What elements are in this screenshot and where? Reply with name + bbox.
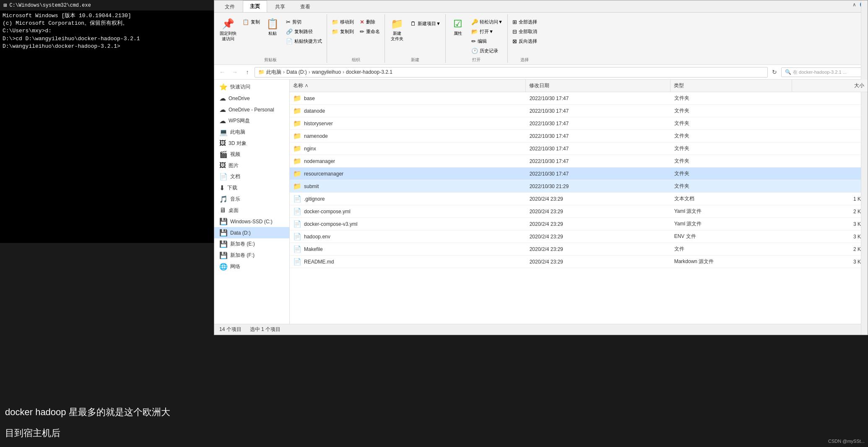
path-wangyileihuo[interactable]: wangyileihuo: [312, 69, 341, 75]
search-placeholder: 在 docker-hadoop-3.2.1 ...: [793, 69, 847, 75]
sidebar-item[interactable]: ☁OneDrive: [214, 93, 289, 104]
folder-icon: 📁: [293, 182, 301, 190]
sidebar-item[interactable]: ☁WPS网盘: [214, 115, 289, 127]
copy-to-label: 复制到: [340, 28, 354, 35]
table-row[interactable]: 📁 base 2022/10/30 17:47 文件夹: [290, 92, 868, 105]
sidebar: ⭐快速访问☁OneDrive☁OneDrive - Personal☁WPS网盘…: [214, 80, 290, 324]
sidebar-item[interactable]: ☁OneDrive - Personal: [214, 104, 289, 115]
edit-btn[interactable]: ✏ 编辑: [469, 37, 505, 46]
up-btn[interactable]: ↑: [242, 67, 253, 78]
sidebar-item[interactable]: 📄文档: [214, 171, 289, 182]
tab-share[interactable]: 共享: [268, 1, 292, 12]
sidebar-label: 新加卷 (E:): [230, 240, 255, 248]
table-row[interactable]: 📄 .gitignore 2020/2/4 23:29 文本文档 1 KB: [290, 193, 868, 205]
invert-label: 反向选择: [519, 38, 537, 44]
sidebar-item[interactable]: 💾Windows-SSD (C:): [214, 216, 289, 227]
file-type-cell: Markdown 源文件: [671, 256, 792, 267]
address-path[interactable]: 📁 此电脑 › Data (D:) › wangyileihuo › docke…: [255, 67, 768, 78]
pin-quick-access-btn[interactable]: 📌 固定到快速访问: [217, 16, 239, 44]
table-row[interactable]: 📄 README.md 2020/2/4 23:29 Markdown 源文件 …: [290, 256, 868, 268]
refresh-btn[interactable]: ↻: [769, 67, 780, 77]
path-data[interactable]: Data (D:): [286, 69, 307, 75]
sidebar-item[interactable]: 💻此电脑: [214, 127, 289, 138]
copy-icon: 📋: [242, 19, 249, 25]
file-size-cell: 3 KB: [792, 257, 868, 267]
open-btn[interactable]: 📂 打开▼: [469, 27, 505, 36]
file-name-cell: 📄 docker-compose-v3.yml: [290, 218, 526, 230]
back-btn[interactable]: ←: [217, 67, 228, 78]
search-box[interactable]: 🔍 在 docker-hadoop-3.2.1 ...: [781, 67, 865, 77]
edit-label: 编辑: [478, 38, 487, 44]
scissors-icon: ✂: [286, 19, 291, 25]
table-row[interactable]: 📄 docker-compose-v3.yml 2020/2/4 23:29 Y…: [290, 218, 868, 230]
path-computer[interactable]: 此电脑: [266, 69, 281, 76]
paste-btn[interactable]: 📋 粘贴: [263, 16, 282, 39]
history-btn[interactable]: 🕐 历史记录: [469, 47, 505, 55]
cmd-content[interactable]: Microsoft Windows [版本 10.0.19044.2130](c…: [0, 10, 214, 243]
copy-to-btn[interactable]: 📁 复制到: [330, 27, 356, 36]
minimize-ribbon-btn[interactable]: ∧: [850, 0, 858, 9]
table-row[interactable]: 📁 submit 2022/10/30 21:29 文件夹: [290, 180, 868, 193]
tab-file[interactable]: 文件: [218, 1, 242, 12]
sidebar-item[interactable]: 🖼图片: [214, 160, 289, 171]
sidebar-item[interactable]: ⭐快速访问: [214, 81, 289, 93]
file-name: historyserver: [304, 121, 333, 127]
select-all-btn[interactable]: ⊞ 全部选择: [510, 18, 539, 26]
file-type-cell: 文件夹: [671, 143, 792, 154]
file-name: namenode: [304, 133, 328, 139]
col-type[interactable]: 类型: [670, 80, 792, 92]
paste-shortcut-btn[interactable]: 📄 粘贴快捷方式: [284, 37, 324, 46]
properties-label: 属性: [454, 31, 462, 36]
file-size-cell: [792, 184, 868, 189]
properties-btn[interactable]: ☑ 属性: [448, 16, 468, 39]
table-row[interactable]: 📁 datanode 2022/10/30 17:47 文件夹: [290, 105, 868, 117]
table-row[interactable]: 📄 docker-compose.yml 2020/2/4 23:29 Yaml…: [290, 205, 868, 218]
sidebar-label: 音乐: [230, 196, 240, 203]
invert-select-btn[interactable]: ⊠ 反向选择: [510, 37, 539, 46]
rename-label: 重命名: [366, 28, 380, 35]
sidebar-item[interactable]: 💾Data (D:): [214, 227, 289, 238]
tab-view[interactable]: 查看: [293, 1, 317, 12]
new-folder-btn[interactable]: 📁 新建文件夹: [387, 16, 407, 44]
col-name[interactable]: 名称 ∧: [290, 80, 526, 92]
easy-access-label: 轻松访问▼: [480, 19, 503, 25]
new-item-btn[interactable]: 🗒 新建项目▼: [408, 19, 443, 28]
col-date[interactable]: 修改日期: [526, 80, 670, 92]
cut-btn[interactable]: ✂ 剪切: [284, 18, 324, 26]
move-to-btn[interactable]: 📁 移动到: [330, 18, 356, 26]
file-name-cell: 📁 resourcemanager: [290, 168, 526, 180]
sidebar-label: 下载: [227, 184, 237, 191]
file-size-cell: 3 KB: [792, 219, 868, 229]
sidebar-item[interactable]: 🖥桌面: [214, 205, 289, 216]
copy-path-btn[interactable]: 🔗 复制路径: [284, 27, 324, 36]
sidebar-item[interactable]: 💾新加卷 (F:): [214, 250, 289, 261]
path-docker[interactable]: docker-hadoop-3.2.1: [346, 69, 392, 75]
delete-btn[interactable]: ✕ 删除: [358, 18, 382, 26]
sidebar-item[interactable]: 🖼3D 对象: [214, 138, 289, 149]
easy-access-btn[interactable]: 🔑 轻松访问▼: [469, 18, 505, 26]
table-row[interactable]: 📁 namenode 2022/10/30 17:47 文件夹: [290, 130, 868, 142]
file-type-cell: 文件夹: [671, 181, 792, 192]
table-row[interactable]: 📁 nginx 2022/10/30 17:47 文件夹: [290, 142, 868, 155]
table-row[interactable]: 📁 nodemanager 2022/10/30 17:47 文件夹: [290, 155, 868, 168]
select-none-btn[interactable]: ⊟ 全部取消: [510, 27, 539, 36]
history-label: 历史记录: [480, 48, 498, 54]
sidebar-icon: 📄: [219, 173, 228, 181]
table-row[interactable]: 📁 historyserver 2022/10/30 17:47 文件夹: [290, 117, 868, 130]
cmd-window: ⊞ C:\Windows\system32\cmd.exe Microsoft …: [0, 0, 214, 243]
rename-btn[interactable]: ✏ 重命名: [358, 27, 382, 36]
copy-btn[interactable]: 📋 复制: [240, 18, 262, 26]
sidebar-item[interactable]: 🌐网络: [214, 261, 289, 272]
file-name-cell: 📄 docker-compose.yml: [290, 205, 526, 217]
sidebar-item[interactable]: 🎬视频: [214, 149, 289, 160]
sidebar-item[interactable]: ⬇下载: [214, 182, 289, 194]
table-row[interactable]: 📁 resourcemanager 2022/10/30 17:47 文件夹: [290, 168, 868, 180]
forward-btn[interactable]: →: [229, 67, 240, 78]
table-row[interactable]: 📄 Makefile 2020/2/4 23:29 文件 2 KB: [290, 243, 868, 256]
col-size[interactable]: 大小: [792, 80, 868, 92]
tab-home[interactable]: 主页: [243, 0, 267, 12]
table-row[interactable]: 📄 hadoop.env 2020/2/4 23:29 ENV 文件 3 KB: [290, 230, 868, 243]
scrollbar[interactable]: [861, 80, 868, 324]
sidebar-item[interactable]: 💾新加卷 (E:): [214, 238, 289, 250]
sidebar-item[interactable]: 🎵音乐: [214, 194, 289, 205]
